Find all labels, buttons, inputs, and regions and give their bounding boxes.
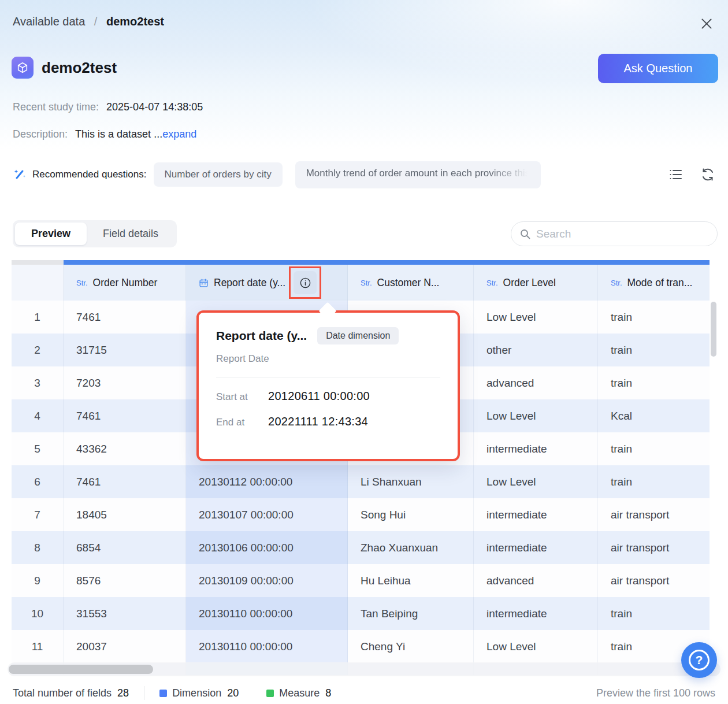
- string-type-badge: Str.: [486, 279, 498, 287]
- cell-report-date[interactable]: 20130110 00:00:00: [186, 597, 348, 630]
- cell-customer-name[interactable]: Tan Beiping: [348, 597, 474, 630]
- cell-order-level[interactable]: Low Level: [474, 465, 598, 498]
- table-row: 8 6854 20130106 00:00:00 Zhao Xuanxuan i…: [12, 531, 710, 564]
- close-icon[interactable]: [699, 16, 714, 31]
- view-switcher: Preview Field details: [13, 220, 177, 247]
- cell-mode-of-transport[interactable]: train: [598, 432, 710, 465]
- cell-mode-of-transport[interactable]: Kcal: [598, 399, 710, 432]
- recommended-questions-label: Recommended questions:: [32, 169, 147, 180]
- tab-preview[interactable]: Preview: [15, 223, 87, 245]
- cell-order-number[interactable]: 7461: [64, 465, 186, 498]
- total-fields-label: Total number of fields: [13, 687, 112, 699]
- cell-customer-name[interactable]: Li Shanxuan: [348, 465, 474, 498]
- cell-customer-name[interactable]: Hu Leihua: [348, 564, 474, 597]
- cell-mode-of-transport[interactable]: train: [598, 597, 710, 630]
- table-row: 6 7461 20130112 00:00:00 Li Shanxuan Low…: [12, 465, 710, 498]
- column-info-button[interactable]: [294, 271, 317, 294]
- cell-order-number[interactable]: 6854: [64, 531, 186, 564]
- cell-order-level[interactable]: advanced: [474, 366, 598, 399]
- recommended-chip-1[interactable]: Number of orders by city: [154, 162, 283, 187]
- cell-order-level[interactable]: intermediate: [474, 498, 598, 531]
- dimension-label: Dimension: [172, 687, 221, 699]
- cell-mode-of-transport[interactable]: train: [598, 366, 710, 399]
- cell-order-level[interactable]: intermediate: [474, 432, 598, 465]
- cell-report-date[interactable]: 20130109 00:00:00: [186, 564, 348, 597]
- description-label: Description:: [13, 128, 68, 140]
- cell-order-level[interactable]: Low Level: [474, 399, 598, 432]
- cell-order-number[interactable]: 18405: [64, 498, 186, 531]
- end-at-label: End at: [216, 417, 268, 428]
- cell-order-number[interactable]: 7461: [64, 301, 186, 334]
- header-order-level[interactable]: Str. Order Level: [474, 265, 598, 301]
- cell-report-date[interactable]: 20130107 00:00:00: [186, 498, 348, 531]
- header-customer-name[interactable]: Str. Customer N...: [348, 265, 474, 301]
- cell-order-number[interactable]: 31553: [64, 597, 186, 630]
- cell-mode-of-transport[interactable]: train: [598, 334, 710, 366]
- cell-customer-name[interactable]: Cheng Yi: [348, 630, 474, 663]
- cell-mode-of-transport[interactable]: train: [598, 301, 710, 334]
- cell-mode-of-transport[interactable]: air transport: [598, 498, 710, 531]
- cell-mode-of-transport[interactable]: air transport: [598, 531, 710, 564]
- cell-report-date[interactable]: 20130112 00:00:00: [186, 465, 348, 498]
- cell-order-level[interactable]: advanced: [474, 564, 598, 597]
- recommended-chip-1-text: Number of orders by city: [165, 169, 272, 180]
- horizontal-scrollbar-thumb[interactable]: [9, 665, 153, 674]
- cell-order-number[interactable]: 43362: [64, 432, 186, 465]
- cell-mode-of-transport[interactable]: air transport: [598, 564, 710, 597]
- help-button[interactable]: ?: [681, 642, 717, 678]
- header-mode-of-transport-label: Mode of tran...: [627, 277, 693, 289]
- cell-customer-name[interactable]: Song Hui: [348, 498, 474, 531]
- dimension-value: 20: [227, 687, 239, 699]
- cell-mode-of-transport[interactable]: train: [598, 465, 710, 498]
- breadcrumb-separator: /: [94, 15, 98, 28]
- cell-customer-name[interactable]: Zhao Xuanxuan: [348, 531, 474, 564]
- field-info-popup: Report date (y... Date dimension Report …: [196, 310, 460, 461]
- cell-order-level[interactable]: Low Level: [474, 630, 598, 663]
- cell-order-number[interactable]: 20037: [64, 630, 186, 663]
- horizontal-scrollbar-track[interactable]: [8, 662, 720, 676]
- vertical-scrollbar-thumb[interactable]: [711, 302, 716, 357]
- cell-order-level[interactable]: intermediate: [474, 597, 598, 630]
- start-at-value: 20120611 00:00:00: [268, 390, 370, 403]
- measure-value: 8: [325, 687, 331, 699]
- list-icon[interactable]: [668, 167, 683, 182]
- cell-order-level[interactable]: other: [474, 334, 598, 366]
- refresh-icon[interactable]: [700, 167, 715, 182]
- dataset-cube-icon: [12, 57, 34, 79]
- cell-order-number[interactable]: 7461: [64, 399, 186, 432]
- info-icon: [299, 277, 311, 289]
- header-mode-of-transport[interactable]: Str. Mode of tran...: [598, 265, 710, 301]
- search-input[interactable]: [536, 228, 709, 240]
- string-type-badge: Str.: [361, 279, 372, 287]
- cell-order-number[interactable]: 8576: [64, 564, 186, 597]
- preview-rows-note: Preview the first 100 rows: [596, 687, 715, 699]
- ask-question-button[interactable]: Ask Question: [598, 54, 718, 83]
- table-footer: Total number of fields 28 Dimension 20 M…: [0, 682, 728, 704]
- popup-divider: [216, 377, 440, 377]
- string-type-badge: Str.: [611, 279, 622, 287]
- cell-report-date[interactable]: 20130106 00:00:00: [186, 531, 348, 564]
- header-report-date-label: Report date (y...: [214, 277, 285, 289]
- row-index: 5: [12, 432, 64, 465]
- row-index: 6: [12, 465, 64, 498]
- breadcrumb: Available data / demo2test: [13, 15, 164, 28]
- measure-color-swatch: [266, 690, 274, 697]
- breadcrumb-parent[interactable]: Available data: [13, 15, 85, 28]
- cell-order-number[interactable]: 31715: [64, 334, 186, 366]
- total-fields-value: 28: [117, 687, 129, 699]
- recommended-chip-2[interactable]: Monthly trend of order amount in each pr…: [295, 161, 541, 188]
- cell-order-level[interactable]: Low Level: [474, 301, 598, 334]
- study-time-value: 2025-04-07 14:38:05: [106, 101, 203, 113]
- cell-report-date[interactable]: 20130110 00:00:00: [186, 630, 348, 663]
- cell-order-level[interactable]: intermediate: [474, 531, 598, 564]
- search-box[interactable]: [511, 221, 718, 246]
- tab-field-details[interactable]: Field details: [87, 223, 174, 245]
- measure-label: Measure: [279, 687, 320, 699]
- row-index: 1: [12, 301, 64, 334]
- cell-order-number[interactable]: 7203: [64, 366, 186, 399]
- row-index: 3: [12, 366, 64, 399]
- header-report-date[interactable]: Report date (y...: [186, 265, 348, 301]
- expand-link[interactable]: expand: [162, 128, 196, 140]
- header-order-number[interactable]: Str. Order Number: [64, 265, 186, 301]
- description-text: This is a dataset ...: [75, 128, 162, 140]
